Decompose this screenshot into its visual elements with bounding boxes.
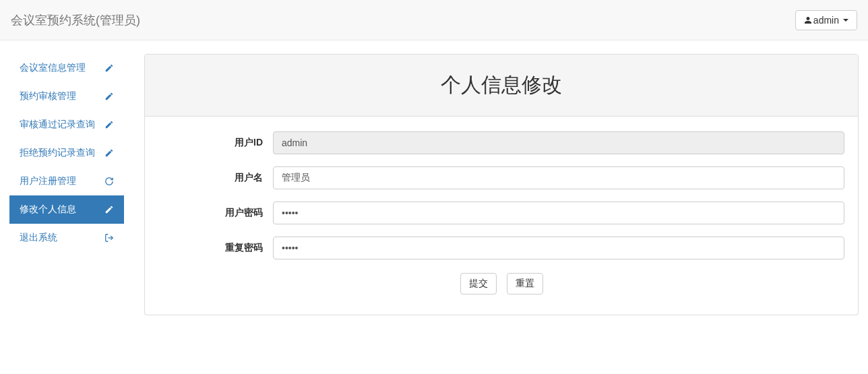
pencil-icon <box>104 148 114 158</box>
sidebar-item-label: 修改个人信息 <box>20 204 76 216</box>
sidebar-item-approved-records[interactable]: 审核通过记录查询 <box>9 111 124 139</box>
sidebar-item-label: 用户注册管理 <box>20 175 76 187</box>
sidebar-item-user-registration[interactable]: 用户注册管理 <box>9 167 124 195</box>
submit-button[interactable]: 提交 <box>460 273 497 294</box>
navbar-brand[interactable]: 会议室预约系统(管理员) <box>11 12 140 28</box>
password-confirm-input[interactable] <box>273 237 844 259</box>
pencil-icon <box>104 205 114 214</box>
logout-icon <box>104 233 114 243</box>
password-input[interactable] <box>273 201 844 224</box>
pencil-icon <box>104 63 114 73</box>
refresh-icon <box>104 177 114 186</box>
sidebar-item-label: 审核通过记录查询 <box>20 119 95 131</box>
user-name-label: 用户名 <box>155 172 273 184</box>
form-group-user-name: 用户名 <box>155 166 848 189</box>
pencil-icon <box>104 120 114 129</box>
user-menu-button[interactable]: admin <box>795 10 857 30</box>
sidebar-item-room-manage[interactable]: 会议室信息管理 <box>9 54 124 82</box>
sidebar-item-logout[interactable]: 退出系统 <box>9 224 124 252</box>
password-label: 用户密码 <box>155 207 273 219</box>
user-menu-label: admin <box>813 15 839 26</box>
sidebar-item-label: 退出系统 <box>20 232 57 244</box>
user-name-input[interactable] <box>273 166 844 189</box>
sidebar-item-label: 预约审核管理 <box>20 90 76 102</box>
main-content: 个人信息修改 用户ID 用户名 用户密码 <box>144 54 859 315</box>
password-confirm-label: 重复密码 <box>155 242 273 254</box>
profile-panel: 个人信息修改 用户ID 用户名 用户密码 <box>144 54 859 315</box>
form-group-user-id: 用户ID <box>155 131 848 154</box>
sidebar-item-edit-profile[interactable]: 修改个人信息 <box>9 195 124 224</box>
page-title: 个人信息修改 <box>155 71 848 99</box>
form-group-password: 用户密码 <box>155 201 848 224</box>
user-id-label: 用户ID <box>155 137 273 149</box>
user-icon <box>804 15 812 25</box>
form-group-password-confirm: 重复密码 <box>155 237 848 259</box>
caret-down-icon <box>843 19 848 22</box>
sidebar-item-rejected-records[interactable]: 拒绝预约记录查询 <box>9 139 124 167</box>
navbar: 会议室预约系统(管理员) admin <box>0 0 868 40</box>
panel-body: 用户ID 用户名 用户密码 重复密码 <box>145 117 858 315</box>
sidebar-item-label: 拒绝预约记录查询 <box>20 147 95 159</box>
form-actions: 提交 重置 <box>155 273 848 294</box>
reset-button[interactable]: 重置 <box>507 273 543 294</box>
profile-form: 用户ID 用户名 用户密码 重复密码 <box>155 131 848 294</box>
sidebar-item-reservation-review[interactable]: 预约审核管理 <box>9 82 124 111</box>
panel-heading: 个人信息修改 <box>145 55 858 117</box>
sidebar-item-label: 会议室信息管理 <box>20 62 86 74</box>
sidebar: 会议室信息管理 预约审核管理 审核通过记录查询 拒绝预约记录查询 用户注册管理 <box>9 54 124 315</box>
pencil-icon <box>104 92 114 101</box>
user-id-input <box>273 131 844 154</box>
